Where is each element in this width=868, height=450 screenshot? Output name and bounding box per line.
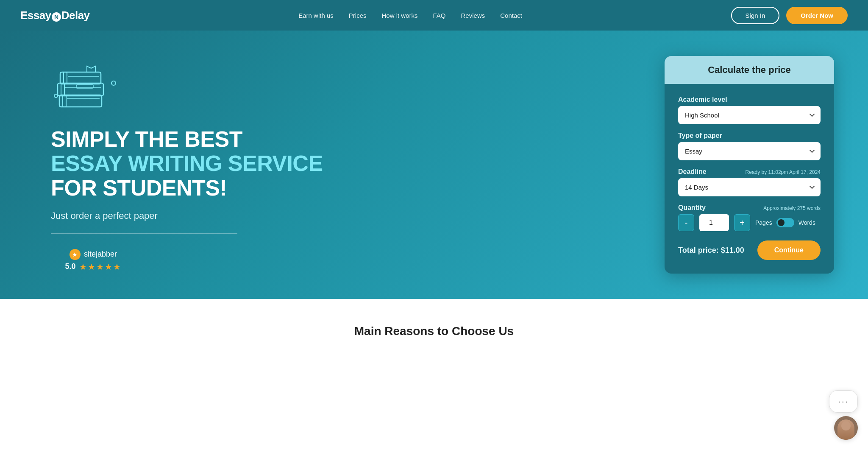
sitejabber-label: sitejabber (84, 250, 117, 259)
quantity-decrease-button[interactable]: - (678, 214, 694, 231)
paper-type-section: Type of paper Essay Research Paper Cours… (678, 132, 821, 160)
sitejabber-badge: ★ (70, 249, 81, 260)
nav-earn[interactable]: Earn with us (298, 12, 334, 19)
svg-rect-7 (60, 72, 101, 84)
hero-section: SIMPLY THE BEST ESSAY WRITING SERVICE FO… (0, 31, 868, 299)
bottom-title: Main Reasons to Choose Us (0, 324, 868, 338)
header-buttons: Sign In Order Now (731, 7, 848, 24)
quantity-controls: - + Pages Words (678, 214, 821, 231)
approx-words: Approximately 275 words (763, 205, 821, 211)
star-icons: ★★★★★ (79, 262, 122, 272)
calc-header: Calculate the price (665, 56, 834, 84)
hero-divider (51, 233, 237, 234)
nav-reviews[interactable]: Reviews (461, 12, 485, 19)
bottom-section: Main Reasons to Choose Us (0, 299, 868, 351)
deadline-select[interactable]: 14 Days 10 Days 7 Days 5 Days 3 Days 48 … (678, 178, 821, 196)
quantity-increase-button[interactable]: + (734, 214, 750, 231)
quantity-label: Quantity (678, 204, 706, 212)
logo[interactable]: EssayNDelay (20, 9, 90, 22)
svg-rect-6 (76, 85, 93, 88)
order-now-button[interactable]: Order Now (786, 7, 848, 24)
academic-level-label: Academic level (678, 96, 821, 103)
calc-total-row: Total price: $11.00 Continue (678, 240, 821, 260)
svg-point-10 (111, 81, 116, 85)
sitejabber-section: ★ sitejabber 5.0 ★★★★★ (51, 249, 136, 272)
toggle-switch[interactable] (776, 218, 794, 227)
hero-title-line3: FOR STUDENTS! (51, 176, 227, 200)
hero-subtitle: Just order a perfect paper (51, 210, 631, 221)
paper-type-select[interactable]: Essay Research Paper Coursework Term Pap… (678, 142, 821, 160)
rating-row: 5.0 ★★★★★ (65, 262, 121, 272)
deadline-header-row: Deadline Ready by 11:02pm April 17, 2024 (678, 168, 821, 178)
rating-number: 5.0 (65, 262, 75, 271)
hero-title: SIMPLY THE BEST ESSAY WRITING SERVICE FO… (51, 127, 631, 200)
paper-type-label: Type of paper (678, 132, 821, 140)
hero-title-line2: ESSAY WRITING SERVICE (51, 151, 323, 176)
svg-rect-8 (64, 72, 67, 84)
deadline-section: Deadline Ready by 11:02pm April 17, 2024… (678, 168, 821, 196)
nav: Earn with us Prices How it works FAQ Rev… (298, 12, 522, 19)
pages-label: Pages (755, 219, 772, 226)
total-price: Total price: $11.00 (678, 246, 744, 255)
svg-rect-1 (63, 95, 66, 107)
header: EssayNDelay Earn with us Prices How it w… (0, 0, 868, 31)
books-illustration (51, 58, 631, 119)
quantity-input[interactable] (699, 214, 729, 231)
quantity-header-row: Quantity Approximately 275 words (678, 204, 821, 214)
deadline-label: Deadline (678, 168, 707, 176)
logo-icon: N (52, 12, 61, 22)
sitejabber-name: ★ sitejabber (70, 249, 117, 260)
svg-point-11 (54, 94, 58, 98)
calculator-card: Calculate the price Academic level High … (665, 56, 834, 274)
signin-button[interactable]: Sign In (731, 7, 780, 24)
calc-title: Calculate the price (678, 64, 821, 75)
words-label: Words (798, 219, 815, 226)
deadline-ready-info: Ready by 11:02pm April 17, 2024 (746, 169, 821, 175)
nav-faq[interactable]: FAQ (433, 12, 446, 19)
nav-how-it-works[interactable]: How it works (382, 12, 418, 19)
continue-button[interactable]: Continue (757, 240, 821, 260)
toggle-slider (776, 218, 794, 227)
academic-level-select[interactable]: High School Undergraduate Bachelor Maste… (678, 106, 821, 124)
calc-body: Academic level High School Undergraduate… (665, 84, 834, 274)
nav-contact[interactable]: Contact (500, 12, 522, 19)
academic-level-section: Academic level High School Undergraduate… (678, 96, 821, 124)
hero-title-line1: SIMPLY THE BEST (51, 127, 242, 151)
pages-words-toggle: Pages Words (755, 218, 815, 227)
svg-rect-4 (61, 83, 64, 96)
hero-left: SIMPLY THE BEST ESSAY WRITING SERVICE FO… (51, 58, 631, 272)
quantity-section: Quantity Approximately 275 words - + Pag… (678, 204, 821, 231)
nav-prices[interactable]: Prices (349, 12, 367, 19)
